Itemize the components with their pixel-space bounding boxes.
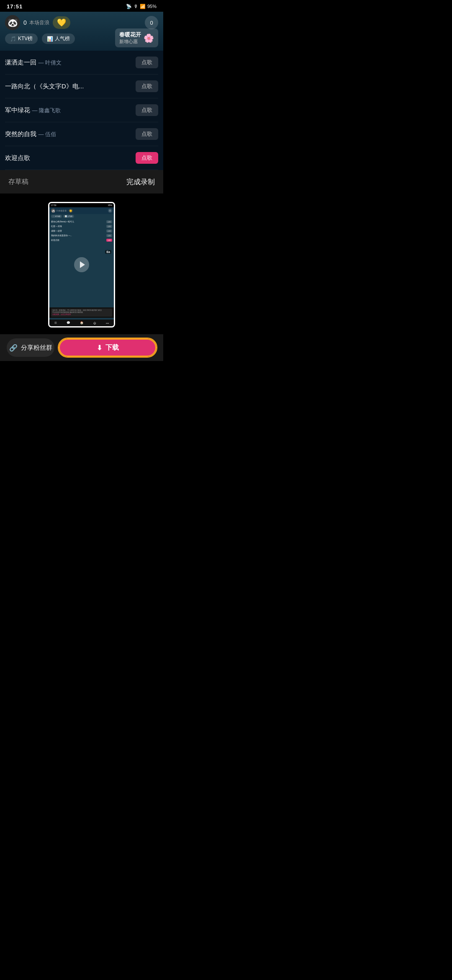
song-title-1: 潇洒走一回 — 叶倩文	[5, 59, 62, 67]
share-label: 分享粉丝群	[21, 344, 52, 352]
preview-song-row-2: 红唇 —买辣 点歌	[51, 224, 112, 229]
preview-nav-more: •••	[106, 322, 109, 325]
heart-button[interactable]: 💛	[53, 16, 70, 29]
song-item-5: 欢迎点歌 点歌	[5, 146, 158, 170]
ea-label: Ea	[105, 250, 111, 254]
share-icon: 🔗	[9, 344, 18, 352]
popular-rank-label: 人气榜	[55, 35, 70, 42]
ktv-rank-label: KTV榜	[18, 35, 33, 42]
top-bar: 🐼 0 本场音浪 💛 0	[5, 15, 158, 30]
wish-subtitle: 新增心愿	[119, 39, 141, 45]
song-item-3: 军中绿花 — 隆鑫飞歌 点歌	[5, 98, 158, 122]
preview-rank-tabs: 🎵 KTV榜 📊 人气榜	[49, 214, 114, 219]
top-right-button[interactable]: 0	[145, 16, 158, 29]
play-icon	[80, 261, 85, 268]
ktv-rank-icon: 🎵	[10, 36, 16, 42]
preview-song-row-3: 成都 —赵雷 点歌	[51, 229, 112, 233]
song-list: 潇洒走一回 — 叶倩文 点歌 一路向北（《头文字D》电... 点歌 军中绿花 —…	[0, 51, 163, 170]
download-button[interactable]: ⬇ 下载	[59, 338, 157, 357]
battery-text: 95%	[147, 4, 157, 9]
wish-flower-icon: 🌸	[144, 33, 154, 43]
status-bar: 17:51 📡 🎙 📶 95%	[0, 0, 163, 12]
preview-wave-label: 0 本场音浪	[56, 209, 67, 212]
save-draft-button[interactable]: 存草稿	[8, 178, 28, 186]
preview-status-bar: 17:50 95%	[49, 203, 114, 207]
popular-rank-icon: 📊	[47, 36, 53, 42]
status-icons: 📡 🎙 📶 95%	[126, 4, 157, 9]
preview-count: 0	[108, 209, 112, 213]
song-btn-5[interactable]: 点歌	[136, 152, 158, 164]
song-title-2: 一路向北（《头文字D》电...	[5, 83, 84, 90]
preview-topbar: 🐼 0 本场音浪 ☀️ 0	[49, 207, 114, 214]
preview-nav-grid: ⊞	[54, 321, 57, 325]
preview-nav-chat: 💬	[67, 321, 70, 325]
wish-card[interactable]: 春暖花开 新增心愿 🌸	[115, 28, 158, 47]
preview-message-area: 当行为，若有违反，平 台暂停支付收益，冻结 同时向相关部门依法 平台扶持可助您获…	[49, 307, 114, 318]
download-icon: ⬇	[97, 344, 102, 352]
song-btn-1[interactable]: 点歌	[136, 57, 158, 68]
wish-title: 春暖花开	[119, 31, 141, 39]
preview-song-row-4: 我的快乐就是想你 —... 点歌	[51, 233, 112, 238]
song-title-5: 欢迎点歌	[5, 154, 30, 162]
wave-count: 0 本场音浪	[23, 19, 49, 26]
avatar: 🐼	[5, 15, 20, 30]
download-label: 下载	[105, 343, 119, 352]
status-time: 17:51	[7, 3, 23, 10]
preview-inner: 17:50 95% 🐼 0 本场音浪 ☀️ 0 🎵 KTV榜 📊 人气榜 爱你心…	[49, 203, 114, 326]
bottom-action-bar: 🔗 分享粉丝群 ⬇ 下载	[0, 334, 163, 361]
song-btn-2[interactable]: 点歌	[136, 80, 158, 92]
cast-icon: 📡	[126, 4, 132, 9]
song-title-3: 军中绿花 — 隆鑫飞歌	[5, 106, 61, 114]
wave-number: 0	[23, 19, 27, 26]
preview-songs: 爱你心疼(Remix)—笔可儿 点歌 红唇 —买辣 点歌 成都 —赵雷 点歌 我…	[49, 219, 114, 243]
preview-nav-home: 🏠	[80, 321, 84, 325]
play-overlay[interactable]	[74, 257, 89, 272]
song-item-1: 潇洒走一回 — 叶倩文 点歌	[5, 51, 158, 75]
preview-navbar: ⊞ 💬 🏠 ⏻ •••	[49, 320, 114, 326]
preview-avatar: 🐼	[51, 209, 55, 213]
phone-preview-thumbnail[interactable]: 17:50 95% 🐼 0 本场音浪 ☀️ 0 🎵 KTV榜 📊 人气榜 爱你心…	[48, 202, 115, 328]
preview-popular-tab: 📊 人气榜	[63, 215, 74, 218]
count-label: 0	[150, 20, 153, 26]
wave-label: 本场音浪	[29, 19, 49, 26]
song-item-4: 突然的自我 — 伍佰 点歌	[5, 122, 158, 146]
song-btn-3[interactable]: 点歌	[136, 104, 158, 116]
song-title-4: 突然的自我 — 伍佰	[5, 130, 56, 138]
heart-icon: 💛	[57, 18, 66, 27]
preview-ktv-tab: 🎵 KTV榜	[51, 215, 62, 218]
wish-text: 春暖花开 新增心愿	[119, 31, 141, 45]
song-btn-4[interactable]: 点歌	[136, 128, 158, 140]
preview-song-row-1: 爱你心疼(Remix)—笔可儿 点歌	[51, 219, 112, 224]
song-item-2: 一路向北（《头文字D》电... 点歌	[5, 75, 158, 98]
signal-icon: 📶	[140, 4, 146, 9]
ktv-rank-tab[interactable]: 🎵 KTV榜	[5, 34, 38, 44]
preview-heart-icon: ☀️	[69, 209, 73, 213]
preview-song-row-5: 欢迎点歌 点歌	[51, 238, 112, 242]
user-info: 🐼 0 本场音浪 💛	[5, 15, 70, 30]
share-button[interactable]: 🔗 分享粉丝群	[7, 338, 54, 357]
preview-section: 17:50 95% 🐼 0 本场音浪 ☀️ 0 🎵 KTV榜 📊 人气榜 爱你心…	[0, 193, 163, 334]
preview-nav-power: ⏻	[93, 322, 96, 325]
finish-recording-button[interactable]: 完成录制	[126, 177, 155, 187]
popular-rank-tab[interactable]: 📊 人气榜	[42, 34, 75, 44]
recording-bar: 存草稿 完成录制	[0, 170, 163, 193]
ktv-section: 🐼 0 本场音浪 💛 0 🎵 KTV榜 📊 人气榜 春暖花开 新增心愿 🌸	[0, 12, 163, 51]
mic-icon: 🎙	[134, 4, 138, 9]
preview-msg-text: 当行为，若有违反，平 台暂停支付收益，冻结 同时向相关部门依法 平台扶持可助您获…	[51, 309, 112, 317]
